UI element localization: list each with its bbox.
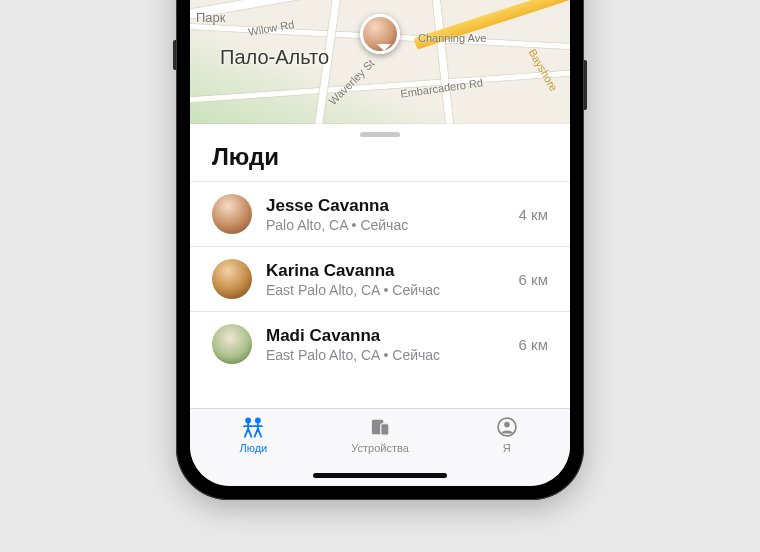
avatar: [212, 194, 252, 234]
map-view[interactable]: Парк Wilow Rd Channing Ave Waverley St E…: [190, 0, 570, 124]
person-distance: 4 км: [519, 206, 548, 223]
map-road: [190, 69, 570, 103]
map-road: [422, 0, 455, 144]
devices-icon: [367, 415, 393, 439]
map-label-channing: Channing Ave: [418, 32, 486, 44]
tab-people[interactable]: Люди: [190, 415, 317, 486]
map-label-waverley: Waverley St: [326, 57, 376, 107]
svg-point-1: [255, 418, 261, 424]
map-label-bayshore: Bayshore: [526, 47, 560, 93]
person-name: Madi Cavanna: [266, 325, 505, 346]
person-distance: 6 км: [519, 336, 548, 353]
person-sub: East Palo Alto, CA • Сейчас: [266, 347, 505, 363]
person-row[interactable]: Karina Cavanna East Palo Alto, CA • Сейч…: [190, 246, 570, 311]
person-row-body: Madi Cavanna East Palo Alto, CA • Сейчас: [266, 325, 505, 362]
svg-rect-5: [381, 424, 389, 435]
sheet-title: Люди: [190, 143, 570, 181]
sheet-grabber[interactable]: [360, 132, 400, 137]
person-row[interactable]: Jesse Cavanna Palo Alto, CA • Сейчас 4 к…: [190, 181, 570, 246]
avatar: [212, 259, 252, 299]
map-person-pin[interactable]: [360, 14, 400, 54]
svg-point-7: [504, 422, 510, 428]
map-road: [313, 0, 355, 143]
home-indicator[interactable]: [313, 473, 447, 478]
map-label-wilow: Wilow Rd: [247, 18, 295, 38]
person-row[interactable]: Madi Cavanna East Palo Alto, CA • Сейчас…: [190, 311, 570, 376]
person-distance: 6 км: [519, 271, 548, 288]
tab-label: Устройства: [351, 442, 409, 454]
svg-point-0: [246, 418, 252, 424]
person-row-body: Jesse Cavanna Palo Alto, CA • Сейчас: [266, 195, 505, 232]
person-name: Karina Cavanna: [266, 260, 505, 281]
person-row-body: Karina Cavanna East Palo Alto, CA • Сейч…: [266, 260, 505, 297]
screen: Парк Wilow Rd Channing Ave Waverley St E…: [190, 0, 570, 486]
map-city-label: Пало-Альто: [220, 46, 329, 69]
person-sub: Palo Alto, CA • Сейчас: [266, 217, 505, 233]
avatar: [212, 324, 252, 364]
map-label-park: Парк: [196, 10, 226, 25]
tab-me[interactable]: Я: [443, 415, 570, 486]
tab-label: Я: [503, 442, 511, 454]
people-icon: [240, 415, 266, 439]
person-name: Jesse Cavanna: [266, 195, 505, 216]
phone-frame: Парк Wilow Rd Channing Ave Waverley St E…: [176, 0, 584, 500]
tab-label: Люди: [239, 442, 267, 454]
tab-bar: Люди Устройства: [190, 408, 570, 486]
me-icon: [494, 415, 520, 439]
person-sub: East Palo Alto, CA • Сейчас: [266, 282, 505, 298]
people-sheet: Люди Jesse Cavanna Palo Alto, CA • Сейча…: [190, 124, 570, 408]
